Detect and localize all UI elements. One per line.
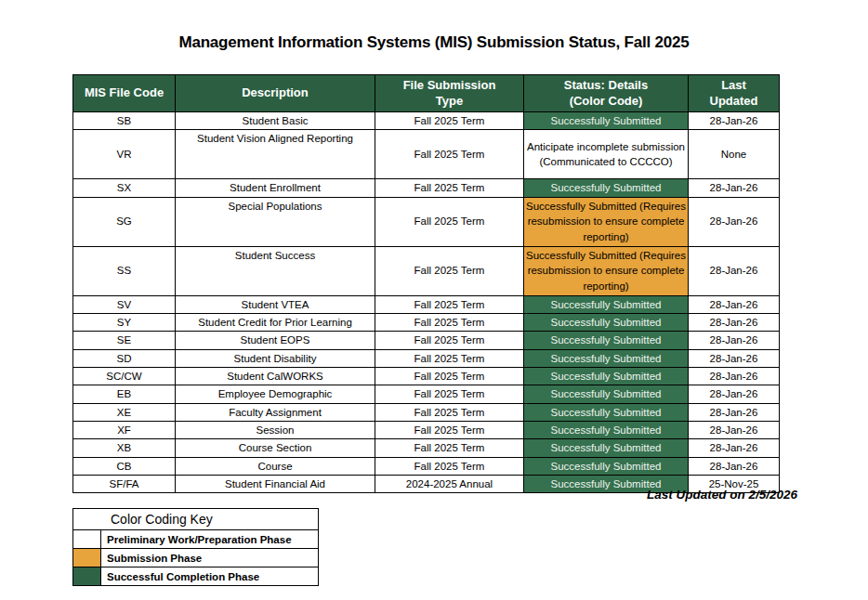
last-updated-cell: 28-Jan-26 [689, 332, 780, 349]
description-cell: Student VTEA [176, 295, 375, 313]
last-updated-cell: 28-Jan-26 [689, 295, 780, 313]
header-row: MIS File Code Description File Submissio… [73, 75, 780, 112]
description-cell: Special Populations [176, 197, 375, 246]
last-updated-cell: 28-Jan-26 [689, 246, 780, 295]
color-key-label: Preliminary Work/Preparation Phase [101, 530, 319, 549]
status-cell: Successfully Submitted [524, 349, 689, 367]
color-key-header-row: Color Coding Key [73, 509, 319, 530]
header-file-submission-type: File SubmissionType [375, 75, 524, 112]
submission-type-cell: Fall 2025 Term [375, 421, 524, 438]
last-updated-cell: 28-Jan-26 [689, 313, 780, 331]
table-row: SE Student EOPS Fall 2025 Term Successfu… [73, 332, 780, 349]
last-updated-note: Last Updated on 2/5/2026 [647, 488, 797, 502]
file-code-cell: XE [73, 403, 176, 421]
last-updated-cell: 28-Jan-26 [689, 385, 780, 403]
last-updated-cell: 28-Jan-26 [689, 439, 780, 457]
description-cell: Session [176, 421, 375, 438]
table-row: SB Student Basic Fall 2025 Term Successf… [73, 112, 780, 130]
status-cell: Successfully Submitted [524, 179, 689, 197]
status-cell: Successfully Submitted [524, 439, 689, 457]
file-code-cell: SG [73, 197, 176, 246]
file-code-cell: SY [73, 313, 176, 331]
description-cell: Student Disability [176, 349, 375, 367]
status-cell: Successfully Submitted [524, 332, 689, 349]
status-cell: Successfully Submitted (Requires resubmi… [524, 246, 689, 295]
file-code-cell: SF/FA [73, 475, 176, 492]
status-cell: Successfully Submitted [524, 295, 689, 313]
table-row: SG Special Populations Fall 2025 Term Su… [73, 197, 780, 246]
color-key-label: Successful Completion Phase [101, 567, 319, 586]
table-row: XB Course Section Fall 2025 Term Success… [73, 439, 780, 457]
color-key-row: Successful Completion Phase [73, 567, 319, 586]
submission-type-cell: 2024-2025 Annual [375, 475, 524, 492]
status-cell: Anticipate incomplete submission (Commun… [524, 130, 689, 179]
page: Management Information Systems (MIS) Sub… [0, 0, 868, 600]
description-cell: Employee Demographic [176, 385, 375, 403]
color-swatch-orange [73, 549, 101, 567]
header-status-details: Status: Details(Color Code) [524, 75, 689, 112]
color-swatch-green [73, 567, 101, 586]
color-swatch-white [73, 530, 101, 549]
file-code-cell: XF [73, 421, 176, 438]
last-updated-cell: 28-Jan-26 [689, 179, 780, 197]
table-row: VR Student Vision Aligned Reporting Fall… [73, 130, 780, 179]
status-cell: Successfully Submitted [524, 112, 689, 130]
submission-type-cell: Fall 2025 Term [375, 130, 524, 179]
table-row: XF Session Fall 2025 Term Successfully S… [73, 421, 780, 438]
status-cell: Successfully Submitted [524, 421, 689, 438]
table-row: EB Employee Demographic Fall 2025 Term S… [73, 385, 780, 403]
submission-type-cell: Fall 2025 Term [375, 439, 524, 457]
status-cell: Successfully Submitted (Requires resubmi… [524, 197, 689, 246]
status-cell: Successfully Submitted [524, 367, 689, 385]
submission-type-cell: Fall 2025 Term [375, 332, 524, 349]
last-updated-cell: 28-Jan-26 [689, 457, 780, 475]
mis-status-table: MIS File Code Description File Submissio… [72, 74, 780, 493]
table-row: SY Student Credit for Prior Learning Fal… [73, 313, 780, 331]
table-row: SV Student VTEA Fall 2025 Term Successfu… [73, 295, 780, 313]
last-updated-cell: 28-Jan-26 [689, 367, 780, 385]
status-cell: Successfully Submitted [524, 385, 689, 403]
header-mis-file-code: MIS File Code [73, 75, 176, 112]
description-cell: Student Enrollment [176, 179, 375, 197]
submission-type-cell: Fall 2025 Term [375, 295, 524, 313]
table-row: XE Faculty Assignment Fall 2025 Term Suc… [73, 403, 780, 421]
color-coding-key: Color Coding Key Preliminary Work/Prepar… [72, 508, 319, 586]
last-updated-cell: 28-Jan-26 [689, 349, 780, 367]
last-updated-cell: None [689, 130, 780, 179]
file-code-cell: SV [73, 295, 176, 313]
file-code-cell: VR [73, 130, 176, 179]
file-code-cell: SD [73, 349, 176, 367]
table-row: SC/CW Student CalWORKS Fall 2025 Term Su… [73, 367, 780, 385]
file-code-cell: SB [73, 112, 176, 130]
status-cell: Successfully Submitted [524, 457, 689, 475]
submission-type-cell: Fall 2025 Term [375, 112, 524, 130]
file-code-cell: EB [73, 385, 176, 403]
file-code-cell: SE [73, 332, 176, 349]
description-cell: Course [176, 457, 375, 475]
color-key-row: Preliminary Work/Preparation Phase [73, 530, 319, 549]
file-code-cell: SS [73, 246, 176, 295]
table-row: SX Student Enrollment Fall 2025 Term Suc… [73, 179, 780, 197]
last-updated-cell: 28-Jan-26 [689, 421, 780, 438]
table-row: CB Course Fall 2025 Term Successfully Su… [73, 457, 780, 475]
description-cell: Student Financial Aid [176, 475, 375, 492]
last-updated-cell: 28-Jan-26 [689, 197, 780, 246]
description-cell: Faculty Assignment [176, 403, 375, 421]
status-cell: Successfully Submitted [524, 403, 689, 421]
submission-type-cell: Fall 2025 Term [375, 457, 524, 475]
description-cell: Student EOPS [176, 332, 375, 349]
file-code-cell: SX [73, 179, 176, 197]
submission-type-cell: Fall 2025 Term [375, 179, 524, 197]
page-title: Management Information Systems (MIS) Sub… [0, 33, 868, 52]
description-cell: Student Success [176, 246, 375, 295]
description-cell: Course Section [176, 439, 375, 457]
submission-type-cell: Fall 2025 Term [375, 197, 524, 246]
description-cell: Student Credit for Prior Learning [176, 313, 375, 331]
color-key-label: Submission Phase [101, 549, 319, 567]
last-updated-cell: 28-Jan-26 [689, 403, 780, 421]
submission-type-cell: Fall 2025 Term [375, 403, 524, 421]
header-description: Description [176, 75, 375, 112]
submission-type-cell: Fall 2025 Term [375, 367, 524, 385]
color-key-title: Color Coding Key [73, 509, 319, 530]
status-cell: Successfully Submitted [524, 313, 689, 331]
